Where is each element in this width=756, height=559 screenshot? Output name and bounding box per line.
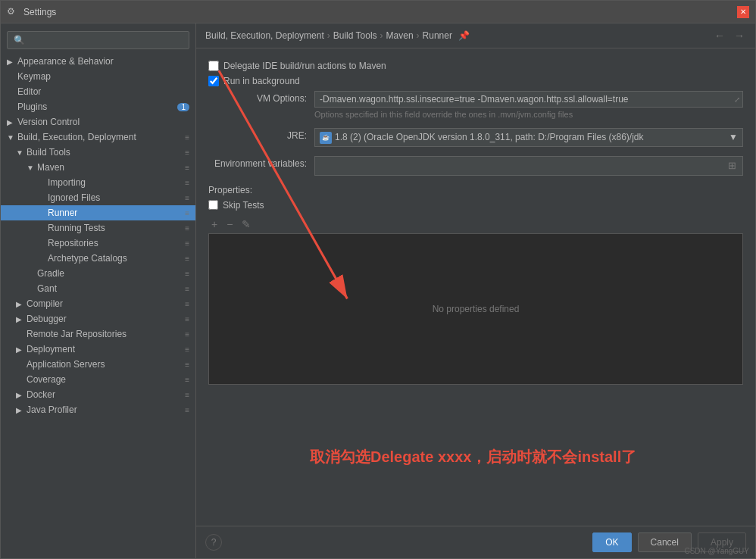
sidebar-label-docker: Docker [27,389,185,400]
sidebar-item-coverage[interactable]: Coverage≡ [1,372,195,387]
tree-settings-icon-java-profiler: ≡ [185,406,189,414]
tree-settings-icon-archetype-catalogs: ≡ [185,255,189,263]
bottom-bar: ? OK Cancel Apply [196,526,755,558]
delegate-label[interactable]: Delegate IDE build/run actions to Maven [223,61,386,71]
sidebar-label-importing: Importing [48,177,185,188]
back-button[interactable]: ← [713,30,726,42]
sidebar-label-plugins: Plugins [17,101,174,112]
tree-settings-icon-gradle: ≡ [185,270,189,278]
sidebar-item-build-execution[interactable]: ▼Build, Execution, Deployment≡ [1,130,195,145]
sidebar-label-gradle: Gradle [37,268,185,279]
ok-button[interactable]: OK [592,532,631,552]
background-checkbox[interactable] [208,76,219,86]
tree-arrow-java-profiler: ▶ [16,406,27,414]
sidebar-label-archetype-catalogs: Archetype Catalogs [48,253,185,264]
close-button[interactable]: ✕ [737,6,749,18]
jre-value: 1.8 (2) (Oracle OpenJDK version 1.8.0_31… [335,132,729,142]
tree-arrow-build-tools: ▼ [16,148,27,157]
tree-settings-icon-running-tests: ≡ [185,224,189,233]
sidebar-item-version-control[interactable]: ▶Version Control [1,114,195,130]
tree-settings-icon-maven: ≡ [185,164,189,172]
main-content: ▶Appearance & BehaviorKeymapEditorPlugin… [1,23,755,558]
no-properties-text: No properties defined [433,304,520,314]
tree-settings-icon-build-tools: ≡ [185,148,189,157]
edit-property-button[interactable]: ✎ [239,217,254,232]
help-button[interactable]: ? [205,534,222,551]
sidebar-item-archetype-catalogs[interactable]: Archetype Catalogs≡ [1,251,195,266]
sidebar-item-gradle[interactable]: Gradle≡ [1,266,195,281]
jre-label: JRE: [208,128,314,141]
background-label[interactable]: Run in background [223,76,300,86]
env-input[interactable]: ⊞ [314,156,743,176]
delegate-row: Delegate IDE build/run actions to Maven [208,61,743,71]
window-icon: ⚙ [7,6,19,18]
sidebar-item-maven[interactable]: ▼Maven≡ [1,160,195,175]
sidebar-label-editor: Editor [17,86,189,97]
sidebar: ▶Appearance & BehaviorKeymapEditorPlugin… [1,23,196,558]
breadcrumb: Build, Execution, Deployment › Build Too… [196,23,755,48]
skip-tests-label[interactable]: Skip Tests [223,200,264,211]
sidebar-item-compiler[interactable]: ▶Compiler≡ [1,296,195,311]
sidebar-item-runner[interactable]: Runner≡ [1,205,195,220]
sidebar-label-keymap: Keymap [17,71,189,82]
vm-options-row: VM Options: ⤢ Options specified in this … [208,91,743,119]
sidebar-label-version-control: Version Control [17,117,189,127]
sidebar-label-build-tools: Build Tools [27,147,185,158]
sidebar-item-appearance[interactable]: ▶Appearance & Behavior [1,54,195,69]
remove-property-button[interactable]: − [223,217,236,232]
sidebar-item-plugins[interactable]: Plugins1 [1,99,195,114]
sidebar-item-gant[interactable]: Gant≡ [1,281,195,296]
sidebar-item-deployment[interactable]: ▶Deployment≡ [1,342,195,357]
sidebar-item-importing[interactable]: Importing≡ [1,175,195,190]
sidebar-item-app-servers[interactable]: Application Servers≡ [1,357,195,372]
tree-settings-icon-importing: ≡ [185,179,189,187]
tree-settings-icon-repositories: ≡ [185,239,189,248]
sidebar-item-debugger[interactable]: ▶Debugger≡ [1,311,195,326]
tree-settings-icon-runner: ≡ [185,209,189,217]
forward-button[interactable]: → [733,30,746,42]
sidebar-item-keymap[interactable]: Keymap [1,69,195,84]
tree-arrow-compiler: ▶ [16,300,27,308]
jre-select[interactable]: ☕ 1.8 (2) (Oracle OpenJDK version 1.8.0_… [314,128,743,147]
sidebar-item-repositories[interactable]: Repositories≡ [1,236,195,251]
sidebar-item-remote-jar[interactable]: Remote Jar Repositories≡ [1,326,195,342]
sidebar-label-coverage: Coverage [27,374,185,385]
sidebar-item-running-tests[interactable]: Running Tests≡ [1,220,195,236]
sidebar-label-appearance: Appearance & Behavior [17,56,189,67]
skip-tests-checkbox[interactable] [208,200,218,210]
breadcrumb-part-4: Runner [423,30,452,41]
breadcrumb-nav: ← → [713,30,746,42]
properties-label-text: Properties: [208,185,252,195]
tree-arrow-maven: ▼ [27,164,37,172]
delegate-checkbox[interactable] [208,61,219,71]
tree-settings-icon-deployment: ≡ [185,345,189,354]
cancel-button[interactable]: Cancel [638,532,692,552]
breadcrumb-part-2: Build Tools [333,30,377,41]
badge-plugins: 1 [177,103,189,111]
tree-settings-icon-build-execution: ≡ [185,133,189,142]
jre-dropdown-icon: ▼ [729,132,738,142]
tree-settings-icon-compiler: ≡ [185,300,189,308]
breadcrumb-part-1: Build, Execution, Deployment [205,30,324,41]
vm-expand-icon[interactable]: ⤢ [734,95,740,104]
tree-settings-icon-debugger: ≡ [185,315,189,323]
tree-arrow-appearance: ▶ [7,58,17,66]
tree-arrow-deployment: ▶ [16,345,27,354]
sidebar-item-editor[interactable]: Editor [1,84,195,99]
env-expand-button[interactable]: ⊞ [726,160,738,171]
env-row: Environment variables: ⊞ [208,156,743,176]
sidebar-item-java-profiler[interactable]: ▶Java Profiler≡ [1,402,195,417]
sidebar-item-ignored-files[interactable]: Ignored Files≡ [1,190,195,205]
title-bar: ⚙ Settings ✕ [1,1,755,23]
search-input[interactable] [7,31,189,49]
sidebar-item-build-tools[interactable]: ▼Build Tools≡ [1,145,195,160]
sidebar-item-docker[interactable]: ▶Docker≡ [1,387,195,402]
add-property-button[interactable]: + [208,217,220,232]
tree-arrow-docker: ▶ [16,391,27,399]
sidebar-label-build-execution: Build, Execution, Deployment [17,132,185,142]
sidebar-label-repositories: Repositories [48,238,185,248]
vm-options-hint: Options specified in this field override… [314,110,743,119]
vm-options-input[interactable] [314,91,743,108]
sidebar-label-debugger: Debugger [27,314,185,324]
settings-window: ⚙ Settings ✕ ▶Appearance & BehaviorKeyma… [0,0,756,559]
